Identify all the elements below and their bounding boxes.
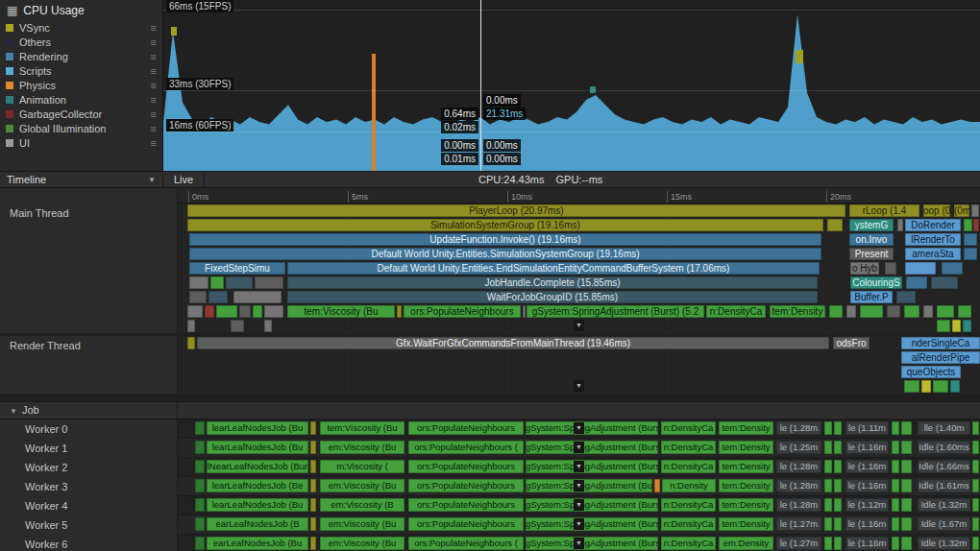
profiler-sample-small[interactable] (896, 291, 916, 303)
profiler-sample[interactable]: learLeafNodesJob (Be (207, 479, 308, 492)
profiler-sample[interactable]: Idle (1.61ms (918, 479, 970, 492)
profiler-sample[interactable]: learLeafNodesJob (Bu (207, 498, 308, 512)
profiler-sample[interactable]: tem:Density (770, 305, 825, 318)
profiler-sample[interactable]: em:Density (719, 537, 773, 550)
profiler-sample[interactable]: ors:PopulateNeighbours (408, 517, 524, 531)
profiler-sample[interactable]: lNearLeafNodesJob (Bur (207, 460, 308, 473)
profiler-sample-small[interactable] (834, 537, 842, 550)
profiler-sample[interactable]: n:DensityCa (661, 460, 716, 473)
profiler-sample-small[interactable] (905, 262, 936, 275)
profiler-sample-small[interactable] (901, 537, 912, 550)
profiler-sample-small[interactable] (264, 320, 272, 332)
profiler-sample-small[interactable] (923, 305, 933, 318)
profiler-sample-small[interactable] (233, 291, 282, 303)
profiler-sample[interactable]: ors:PopulateNeighbours ( (408, 441, 524, 454)
profiler-sample-small[interactable] (906, 276, 927, 289)
profiler-sample[interactable]: odsFro (833, 337, 870, 349)
profiler-sample[interactable]: le (1.16m (845, 460, 889, 473)
drag-handle-icon[interactable]: ≡ (151, 66, 157, 76)
profiler-sample[interactable]: gSystem:SpringAdjustment (Burst) (5.2 (527, 305, 704, 318)
profiler-sample[interactable]: gSystem:SpringAdjustment (Burst) (5.3 (526, 441, 658, 454)
profiler-sample-small[interactable] (901, 421, 912, 435)
profiler-sample[interactable]: n:DensityCa (661, 517, 716, 531)
profiler-sample[interactable]: tem:Density (719, 517, 773, 531)
profiler-sample[interactable]: le (1.27m (776, 517, 821, 531)
profiler-sample[interactable]: ors:PopulateNeighbours ( (408, 537, 524, 550)
profiler-sample-small[interactable] (901, 479, 912, 492)
profiler-sample[interactable]: Idle (1.67m (918, 517, 970, 531)
profiler-sample[interactable]: Gfx.WaitForGfxCommandsFromMainThread (19… (197, 337, 829, 349)
profiler-sample-small[interactable] (921, 380, 931, 393)
profiler-sample[interactable]: le (1.28m (776, 479, 821, 492)
profiler-sample-small[interactable] (952, 320, 961, 332)
profiler-sample-small[interactable] (210, 276, 224, 289)
profiler-sample-small[interactable] (964, 233, 977, 246)
profiler-sample-small[interactable] (897, 219, 903, 231)
legend-item-animation[interactable]: Animation≡ (0, 92, 162, 107)
flow-arrow-icon[interactable]: ▼ (574, 499, 584, 511)
job-foldout-icon[interactable]: ▼ (10, 407, 17, 416)
profiler-sample-small[interactable] (950, 380, 960, 393)
legend-item-garbagecollector[interactable]: GarbageCollector≡ (0, 107, 162, 121)
profiler-sample[interactable]: Present (849, 248, 894, 260)
profiler-sample-small[interactable] (195, 537, 205, 550)
profiler-sample-small[interactable] (972, 421, 979, 435)
profiler-sample-small[interactable] (901, 498, 912, 512)
profiler-sample-small[interactable] (195, 441, 205, 454)
track-label-job[interactable]: ▼Job (0, 402, 178, 419)
profiler-sample-small[interactable] (310, 421, 316, 435)
flow-arrow-icon[interactable]: ▼ (574, 518, 584, 530)
legend-item-vsync[interactable]: VSync≡ (0, 20, 162, 35)
profiler-sample[interactable]: le (1.25m (776, 441, 821, 454)
profiler-sample[interactable]: n:DensityCa (661, 421, 716, 435)
profiler-sample[interactable]: Idle (1.66ms (918, 460, 970, 473)
profiler-sample[interactable]: lRenderTo (905, 233, 961, 246)
profiler-sample[interactable]: FixedStepSimu (189, 262, 285, 275)
profiler-sample-small[interactable] (892, 537, 899, 550)
profiler-sample[interactable]: lle (1.40m (918, 421, 970, 435)
profiler-sample-small[interactable] (824, 517, 832, 531)
profiler-sample-small[interactable] (239, 305, 251, 318)
profiler-sample[interactable]: tem:Density (719, 441, 773, 454)
profiler-sample-small[interactable] (226, 276, 253, 289)
profiler-sample-small[interactable] (942, 262, 963, 275)
profiler-sample[interactable]: gSystem:SpringAdjustment (Burst) (5.2 (526, 517, 658, 531)
legend-item-scripts[interactable]: Scripts≡ (0, 63, 162, 78)
profiler-sample[interactable]: on.Invo (849, 233, 894, 246)
profiler-sample-small[interactable] (901, 517, 912, 531)
profiler-sample-small[interactable] (885, 262, 896, 275)
profiler-sample[interactable]: n:DensityCa (706, 305, 766, 318)
profiler-sample-small[interactable] (834, 517, 842, 531)
profiler-sample-small[interactable] (901, 460, 912, 473)
profiler-sample-small[interactable] (846, 305, 856, 318)
profiler-sample[interactable]: ors:PopulateNeighbours (408, 460, 524, 473)
drag-handle-icon[interactable]: ≡ (151, 138, 157, 148)
profiler-sample-small[interactable] (937, 305, 954, 318)
time-ruler[interactable]: 0ms5ms10ms15ms20ms (178, 188, 980, 204)
profiler-sample[interactable]: earLeafNodesJob (B (207, 517, 308, 531)
profiler-sample-small[interactable] (834, 421, 842, 435)
chart-playhead[interactable] (480, 0, 481, 171)
profiler-sample-small[interactable] (972, 517, 979, 531)
profiler-sample[interactable]: n:DensityCa (661, 441, 716, 454)
drag-handle-icon[interactable]: ≡ (151, 81, 157, 90)
profiler-sample-small[interactable] (972, 498, 979, 512)
profiler-sample-small[interactable] (231, 320, 244, 332)
profiler-sample-small[interactable] (904, 380, 919, 393)
view-mode-dropdown[interactable]: Timeline ▼ (0, 172, 163, 187)
profiler-sample-small[interactable] (187, 305, 203, 318)
legend-item-global-illumination[interactable]: Global Illumination≡ (0, 121, 162, 135)
profiler-sample-small[interactable] (973, 219, 979, 231)
profiler-sample-small[interactable] (824, 421, 832, 435)
profiler-sample[interactable]: m:Viscosity ( (320, 460, 404, 473)
profiler-sample[interactable]: em:Viscosity (Bu (320, 441, 404, 454)
profiler-sample-small[interactable] (195, 421, 205, 435)
profiler-sample[interactable]: le (1.16m (845, 441, 889, 454)
profiler-sample[interactable]: o Hyb (850, 262, 879, 275)
profiler-sample[interactable]: tem:Density (719, 421, 773, 435)
profiler-sample[interactable]: le (1.12m (845, 498, 889, 512)
profiler-sample[interactable]: gSystem:SpringAdjustment (Burst) (5.2 (526, 421, 658, 435)
flow-arrow-icon[interactable]: ▼ (574, 480, 584, 491)
profiler-sample-small[interactable] (892, 517, 899, 531)
profiler-sample[interactable]: ColouringS (850, 276, 902, 289)
